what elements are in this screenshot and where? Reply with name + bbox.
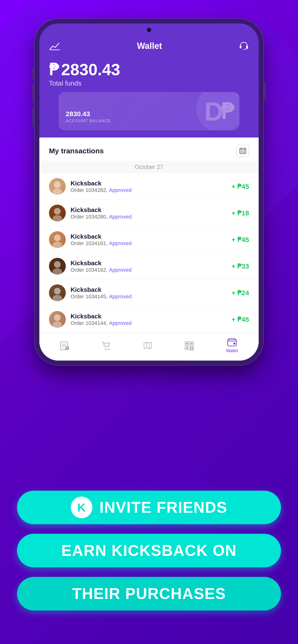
svg-point-22 [53, 295, 62, 301]
app-header: Wallet ⋮ [39, 38, 259, 56]
svg-rect-42 [192, 346, 194, 348]
transaction-status: Approved [109, 240, 131, 246]
svg-rect-38 [191, 342, 193, 344]
svg-rect-1 [240, 46, 241, 48]
svg-point-12 [244, 152, 245, 153]
svg-point-10 [241, 152, 242, 153]
nav-wallet[interactable]: Wallet [226, 338, 238, 354]
svg-point-13 [54, 181, 61, 188]
earn-kicksback-button[interactable]: EARN KICKSBACK ON [17, 534, 281, 567]
balance-value: 2830.43 [61, 61, 120, 78]
phone-button-right [264, 82, 266, 100]
phone-button-left-2 [32, 84, 34, 103]
transaction-order: Order 1034282, Approved [71, 187, 227, 193]
transaction-avatar [49, 284, 66, 301]
transaction-list: Kicksback Order 1034282, Approved + ₱45 … [39, 173, 259, 333]
transaction-avatar [49, 178, 66, 195]
transaction-info: Kicksback Order 1034145, Approved [71, 286, 227, 300]
nav-shop[interactable] [101, 341, 111, 350]
invite-friends-text: INVITE FRIENDS [100, 498, 227, 516]
transaction-amount: + ₱18 [232, 209, 249, 217]
balance-display: ₱ 2830.43 [49, 61, 249, 78]
nav-map[interactable] [143, 341, 153, 350]
svg-rect-41 [190, 346, 192, 348]
invite-friends-button[interactable]: K INVITE FRIENDS [17, 491, 281, 524]
transaction-item[interactable]: Kicksback Order 1034162, Approved + ₱33 [39, 253, 259, 280]
svg-point-20 [53, 268, 62, 274]
svg-point-18 [53, 242, 62, 248]
chart-icon[interactable] [49, 41, 60, 51]
transaction-info: Kicksback Order 1034161, Approved [71, 233, 227, 246]
svg-point-7 [241, 151, 242, 152]
phone-button-left-3 [32, 108, 34, 127]
transaction-item[interactable]: Kicksback Order 1034145, Approved + ₱24 [39, 280, 259, 306]
phone-device: Wallet ⋮ ₱ 2830.43 Total funds [35, 19, 263, 365]
transaction-status: Approved [109, 294, 131, 300]
svg-point-21 [54, 288, 61, 294]
svg-point-24 [53, 322, 62, 328]
transaction-avatar [49, 258, 66, 274]
transaction-info: Kicksback Order 1034282, Approved [71, 180, 227, 193]
their-purchases-text: THEIR PURCHASES [72, 585, 226, 602]
their-purchases-button[interactable]: THEIR PURCHASES [17, 577, 281, 610]
svg-rect-40 [186, 348, 188, 349]
transaction-item[interactable]: Kicksback Order 1034161, Approved + ₱45 [39, 226, 259, 253]
card-logo-letter: D [204, 96, 223, 126]
earn-kicksback-text: EARN KICKSBACK ON [61, 542, 237, 560]
balance-label: Total funds [49, 80, 249, 87]
transaction-order: Order 1034280, Approved [71, 214, 227, 220]
svg-point-16 [53, 215, 62, 222]
card-balance-label: ACCOUNT BALANCE [66, 119, 111, 123]
transaction-amount: + ₱45 [232, 236, 249, 244]
card-currency-symbol: ₱ [221, 99, 235, 124]
transaction-item[interactable]: Kicksback Order 1034280, Approved + ₱18 [39, 200, 259, 226]
card-balance: 2830.43 [66, 110, 111, 118]
svg-point-8 [242, 151, 243, 152]
transaction-info: Kicksback Order 1034162, Approved [71, 260, 227, 273]
transactions-title: My transactions [49, 147, 104, 155]
currency-symbol: ₱ [49, 61, 59, 78]
bottom-navigation: Wallet [39, 333, 259, 360]
svg-point-46 [233, 342, 235, 344]
balance-section: ₱ 2830.43 Total funds D ₱ 2830.43 ACCOUN… [39, 56, 259, 138]
svg-point-9 [244, 151, 245, 152]
transaction-status: Approved [109, 214, 131, 220]
support-icon[interactable] [238, 40, 249, 52]
transaction-item[interactable]: Kicksback Order 1034144, Approved + ₱45 [39, 306, 259, 333]
svg-rect-43 [190, 348, 192, 350]
transactions-header: My transactions [39, 138, 259, 161]
card-info: 2830.43 ACCOUNT BALANCE [66, 110, 111, 123]
transaction-amount: + ₱33 [232, 262, 249, 270]
transaction-avatar [49, 311, 66, 328]
phone-button-left-1 [32, 67, 34, 79]
transaction-status: Approved [109, 187, 131, 193]
svg-point-14 [53, 188, 62, 195]
svg-rect-44 [192, 348, 194, 350]
nav-qr[interactable] [185, 341, 194, 350]
transaction-amount: + ₱24 [232, 289, 249, 297]
transaction-avatar [49, 231, 66, 248]
page-title: Wallet [137, 41, 162, 51]
transaction-avatar [49, 204, 66, 222]
svg-point-32 [108, 348, 109, 350]
transaction-name: Kicksback [71, 260, 227, 267]
nav-transactions[interactable] [60, 341, 70, 350]
nav-wallet-label: Wallet [226, 348, 238, 354]
transaction-name: Kicksback [71, 180, 227, 187]
phone-screen: Wallet ⋮ ₱ 2830.43 Total funds [39, 24, 259, 360]
svg-point-19 [54, 261, 61, 268]
transaction-amount: + ₱45 [232, 316, 249, 324]
transactions-section: My transactions [39, 138, 259, 360]
transaction-amount: + ₱45 [232, 182, 249, 190]
svg-point-23 [54, 314, 61, 321]
calendar-filter-button[interactable] [237, 145, 249, 157]
transaction-info: Kicksback Order 1034280, Approved [71, 206, 227, 220]
transaction-name: Kicksback [71, 233, 227, 240]
transaction-name: Kicksback [71, 206, 227, 214]
transaction-status: Approved [109, 267, 131, 273]
wallet-card: D ₱ 2830.43 ACCOUNT BALANCE [59, 92, 239, 130]
transaction-order: Order 1034161, Approved [71, 240, 227, 246]
date-separator: October 27 [39, 161, 259, 173]
svg-point-31 [105, 348, 106, 350]
transaction-item[interactable]: Kicksback Order 1034282, Approved + ₱45 [39, 173, 259, 200]
